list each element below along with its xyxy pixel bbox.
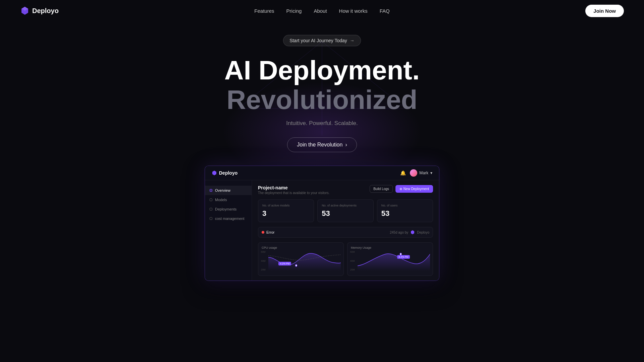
dashboard-mockup-container: Deployo 🔔 Mark ▾ O [205, 166, 439, 281]
user-menu[interactable]: Mark ▾ [410, 169, 432, 177]
mockup-topbar-right: 🔔 Mark ▾ [400, 169, 432, 177]
stat-card-models: No. of active models 3 [258, 199, 314, 222]
hero-subtitle: Intuitive. Powerful. Scalable. [286, 120, 358, 127]
error-meta: 245d ago by Deployo [390, 230, 429, 235]
stat-card-users: No. of users 53 [377, 199, 433, 222]
sidebar-icon-cost [210, 217, 212, 220]
sidebar-icon-deployments [210, 208, 212, 210]
notification-bell-icon[interactable]: 🔔 [400, 170, 406, 176]
project-name: Project-name [258, 185, 329, 190]
project-info: Project-name The deployment that is avai… [258, 185, 329, 195]
mockup-main-content: Project-name The deployment that is avai… [252, 180, 439, 281]
hero-title-line2: Revolutionized [224, 85, 420, 115]
sidebar-item-cost-management[interactable]: cost management [205, 214, 252, 223]
header-buttons: Build Logs ⊕ New Deployment [370, 185, 433, 193]
sidebar-label-cost: cost management [215, 217, 244, 221]
mockup-sidebar: Overview Models Deployments cost managem… [205, 180, 252, 281]
mockup-logo-text: Deployo [219, 170, 237, 176]
stat-label-users: No. of users [381, 204, 429, 207]
cpu-chart-svg-area: 4.2% PM [268, 251, 341, 271]
memory-axis-labels: 60M 40M 20M [350, 251, 355, 271]
memory-chart-svg [358, 251, 430, 271]
memory-axis-1: 40M [350, 260, 355, 262]
logo-icon [20, 6, 30, 15]
join-revolution-label: Join the Revolution [297, 142, 342, 148]
hero-badge-text: Start your AI Journey Today [289, 38, 347, 43]
deployo-small-icon [410, 230, 415, 235]
sidebar-icon-models [210, 198, 212, 201]
svg-point-7 [296, 264, 297, 266]
hero-section: Start your AI Journey Today → AI Deploym… [0, 21, 644, 281]
stat-label-models: No. of active models [262, 204, 310, 207]
stat-value-users: 53 [381, 209, 429, 218]
avatar [410, 169, 417, 177]
mockup-body: Overview Models Deployments cost managem… [205, 180, 439, 281]
dashboard-mockup: Deployo 🔔 Mark ▾ O [205, 166, 439, 281]
cpu-axis-0: 60M [261, 251, 266, 253]
navbar: Deployo Features Pricing About How it wo… [0, 0, 644, 21]
stat-label-deployments: No. of active deployments [322, 204, 369, 207]
nav-faq[interactable]: FAQ [380, 8, 390, 14]
join-now-button[interactable]: Join Now [585, 5, 624, 17]
join-revolution-arrow: › [345, 142, 347, 148]
build-logs-button[interactable]: Build Logs [370, 185, 393, 193]
cpu-chart-label: CPU usage [262, 246, 340, 249]
error-label: Error [266, 230, 274, 234]
nav-links: Features Pricing About How it works FAQ [254, 8, 389, 14]
cpu-axis-labels: 60M 40M 20M [261, 251, 266, 271]
hero-badge-button[interactable]: Start your AI Journey Today → [283, 35, 361, 46]
hero-badge-arrow: → [350, 38, 355, 43]
nav-pricing[interactable]: Pricing [286, 8, 302, 14]
sidebar-item-deployments[interactable]: Deployments [205, 204, 252, 214]
sidebar-label-models: Models [215, 198, 227, 202]
memory-chart-label: Memory Usage [351, 246, 429, 249]
memory-chart-svg-area: 6.2% PM [358, 251, 430, 271]
join-revolution-button[interactable]: Join the Revolution › [287, 137, 357, 152]
error-by-name: Deployo [417, 231, 429, 234]
sidebar-item-overview[interactable]: Overview [205, 186, 252, 195]
mockup-logo: Deployo [212, 170, 237, 176]
error-info: Error [262, 230, 274, 234]
nav-how-it-works[interactable]: How it works [339, 8, 368, 14]
charts-grid: CPU usage 60M 40M 20M [258, 242, 433, 276]
project-description: The deployment that is available to your… [258, 191, 329, 195]
mockup-main-header: Project-name The deployment that is avai… [258, 185, 433, 195]
stats-grid: No. of active models 3 No. of active dep… [258, 199, 433, 222]
logo[interactable]: Deployo [20, 6, 59, 15]
memory-axis-0: 60M [350, 251, 355, 253]
cpu-chart: CPU usage 60M 40M 20M [258, 242, 344, 276]
sidebar-icon-overview [210, 189, 212, 192]
mockup-logo-icon [212, 170, 217, 176]
nav-about[interactable]: About [314, 8, 327, 14]
memory-chart: Memory Usage 60M 40M 20M [347, 242, 433, 276]
sidebar-label-overview: Overview [215, 188, 230, 192]
sidebar-item-models[interactable]: Models [205, 195, 252, 204]
new-deployment-icon: ⊕ [399, 187, 402, 191]
new-deployment-button[interactable]: ⊕ New Deployment [395, 185, 433, 193]
cpu-chart-svg [268, 251, 341, 271]
stat-value-models: 3 [262, 209, 310, 218]
error-time: 245d ago by [390, 231, 408, 234]
sidebar-label-deployments: Deployments [215, 207, 236, 211]
error-status-icon [262, 231, 264, 234]
error-row: Error 245d ago by Deployo [258, 227, 433, 238]
cpu-tooltip: 4.2% PM [278, 262, 291, 265]
hero-title-line1: AI Deployment. [224, 56, 420, 85]
logo-text: Deployo [32, 7, 59, 15]
stat-card-deployments: No. of active deployments 53 [317, 199, 373, 222]
stat-value-deployments: 53 [322, 209, 369, 218]
user-menu-chevron-icon: ▾ [430, 171, 432, 175]
mockup-topbar: Deployo 🔔 Mark ▾ [205, 166, 439, 180]
cpu-axis-1: 40M [261, 260, 266, 262]
memory-axis-2: 20M [350, 268, 355, 271]
memory-tooltip: 6.2% PM [397, 255, 410, 259]
hero-title: AI Deployment. Revolutionized [224, 56, 420, 115]
new-deployment-label: New Deployment [404, 187, 429, 191]
nav-features[interactable]: Features [254, 8, 274, 14]
cpu-axis-2: 20M [261, 268, 266, 271]
user-name: Mark [419, 171, 428, 175]
